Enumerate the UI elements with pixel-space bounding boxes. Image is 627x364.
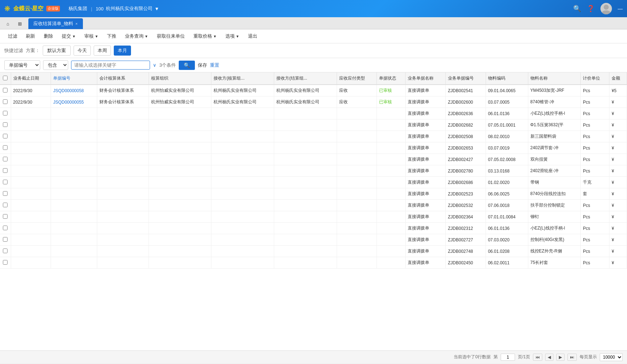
nav-last-button[interactable]: ⏭ <box>567 354 577 361</box>
nav-first-button[interactable]: ⏮ <box>533 354 542 361</box>
col-biz-no[interactable]: 业务单据编号 <box>446 72 486 85</box>
search-field-select[interactable]: 单据编号 <box>4 60 40 70</box>
row-checkbox[interactable] <box>0 154 11 165</box>
col-accounting-sys[interactable]: 会计核算体系 <box>97 72 149 85</box>
row-checkbox[interactable] <box>0 119 11 131</box>
company-dropdown-icon[interactable]: ▼ <box>155 6 159 11</box>
header-checkbox-col[interactable] <box>0 72 11 85</box>
cell-bill-no[interactable] <box>51 154 97 165</box>
company-name: 杭州杨氏实业有限公司 <box>106 5 153 12</box>
cell-bill-no[interactable] <box>51 200 97 211</box>
row-checkbox[interactable] <box>0 165 11 177</box>
search-condition-select[interactable]: 包含 <box>43 60 68 70</box>
expand-conditions-icon[interactable]: ∨ <box>153 62 156 68</box>
reset-filter-link[interactable]: 重置 <box>210 62 219 68</box>
this-month-button[interactable]: 本月 <box>114 46 131 56</box>
help-icon[interactable]: ❓ <box>587 5 595 13</box>
tab-grid[interactable]: ⊞ <box>14 18 25 29</box>
exit-button[interactable]: 退出 <box>244 32 261 41</box>
select-all-checkbox[interactable] <box>3 76 8 80</box>
col-material-name[interactable]: 物料名称 <box>528 72 581 85</box>
row-checkbox[interactable] <box>0 257 11 269</box>
per-page-select[interactable]: 10000 <box>600 353 623 361</box>
cell-bill-no[interactable] <box>51 234 97 246</box>
col-status[interactable]: 单据状态 <box>377 72 406 85</box>
cell-bill-no[interactable]: JSQD00000055 <box>51 96 97 108</box>
col-material-code[interactable]: 物料编码 <box>486 72 528 85</box>
cell-bill-no[interactable] <box>51 142 97 154</box>
cell-receiver-settle <box>274 211 337 223</box>
scheme-button[interactable]: 默认方案 <box>43 46 71 56</box>
row-checkbox[interactable] <box>0 200 11 211</box>
col-org[interactable]: 核算组织 <box>149 72 211 85</box>
options-button[interactable]: 选项 ▼ <box>222 32 243 41</box>
biz-query-button[interactable]: 业务查询 ▼ <box>121 32 152 41</box>
window-control-icon[interactable]: — <box>618 6 623 11</box>
cell-material-code: 07.05.01.0001 <box>486 119 528 131</box>
cell-bill-no[interactable] <box>51 188 97 200</box>
quick-filter-label: 快捷过滤 <box>4 47 23 54</box>
table-row: 直接调拨单 ZJDB002364 07.01.01.0084 铆钉 Pcs ¥ <box>0 211 627 223</box>
get-from-unit-button[interactable]: 获取往来单位 <box>153 32 188 41</box>
search-button[interactable]: 🔍 <box>179 61 195 70</box>
row-checkbox[interactable] <box>0 246 11 257</box>
submit-button[interactable]: 提交 ▼ <box>58 32 79 41</box>
today-button[interactable]: 今天 <box>74 46 91 56</box>
col-biz-name[interactable]: 业务单据名称 <box>406 72 446 85</box>
cell-material-name: 2402调节套-冲 <box>528 142 581 154</box>
col-bill-no[interactable]: 单据编号 <box>51 72 97 85</box>
cell-receiver-settle <box>274 108 337 119</box>
tab-home[interactable]: ⌂ <box>3 18 13 29</box>
col-date[interactable]: 业务截止日期 <box>11 72 51 85</box>
col-receiver-calc[interactable]: 接收方(核算组... <box>211 72 274 85</box>
cell-bill-no[interactable] <box>51 108 97 119</box>
cell-material-name: Φ1.5压簧3632(平 <box>528 119 581 131</box>
this-week-button[interactable]: 本周 <box>94 46 111 56</box>
row-checkbox[interactable] <box>0 223 11 234</box>
row-checkbox[interactable] <box>0 211 11 223</box>
cell-bill-no[interactable] <box>51 246 97 257</box>
cell-bill-no[interactable] <box>51 131 97 142</box>
col-amount[interactable]: 金额 <box>609 72 627 85</box>
cell-material-code: 06.01.0136 <box>486 223 528 234</box>
pushdown-button[interactable]: 下推 <box>103 32 120 41</box>
cell-bill-no[interactable]: JSQD00000058 <box>51 85 97 96</box>
row-checkbox[interactable] <box>0 108 11 119</box>
row-checkbox[interactable] <box>0 131 11 142</box>
tab-close-icon[interactable]: × <box>75 22 78 26</box>
cell-bill-no[interactable] <box>51 223 97 234</box>
cell-unit: Pcs <box>581 119 609 131</box>
audit-button[interactable]: 审核 ▼ <box>81 32 102 41</box>
filter-button[interactable]: 过滤 <box>4 32 21 41</box>
row-checkbox[interactable] <box>0 177 11 188</box>
delete-button[interactable]: 删除 <box>40 32 57 41</box>
cell-date: 2022/9/30 <box>11 96 51 108</box>
cell-bill-no[interactable] <box>51 177 97 188</box>
cell-bill-no[interactable] <box>51 165 97 177</box>
cell-amount: ¥ <box>609 154 627 165</box>
row-checkbox[interactable] <box>0 85 11 96</box>
cell-bill-no[interactable] <box>51 257 97 269</box>
cell-date <box>11 119 51 131</box>
cell-bill-no[interactable] <box>51 211 97 223</box>
refresh-button[interactable]: 刷新 <box>22 32 39 41</box>
col-receiver-settle[interactable]: 接收方(结算组... <box>274 72 337 85</box>
search-input[interactable] <box>71 61 150 70</box>
tab-active[interactable]: 应收结算清单_物料 × <box>28 18 83 29</box>
save-filter-link[interactable]: 保存 <box>198 62 207 68</box>
row-checkbox[interactable] <box>0 142 11 154</box>
cell-receiver-calc <box>211 188 274 200</box>
row-checkbox[interactable] <box>0 188 11 200</box>
retake-price-button[interactable]: 重取价格 ▼ <box>190 32 220 41</box>
cell-type <box>337 188 377 200</box>
row-checkbox[interactable] <box>0 96 11 108</box>
avatar[interactable] <box>600 3 612 14</box>
nav-next-button[interactable]: ▶ <box>556 354 565 361</box>
page-input[interactable] <box>501 354 515 361</box>
col-unit[interactable]: 计价单位 <box>581 72 609 85</box>
nav-prev-button[interactable]: ◀ <box>545 354 553 361</box>
col-type[interactable]: 应收应付类型 <box>337 72 377 85</box>
search-icon[interactable]: 🔍 <box>573 5 581 13</box>
row-checkbox[interactable] <box>0 234 11 246</box>
cell-bill-no[interactable] <box>51 119 97 131</box>
